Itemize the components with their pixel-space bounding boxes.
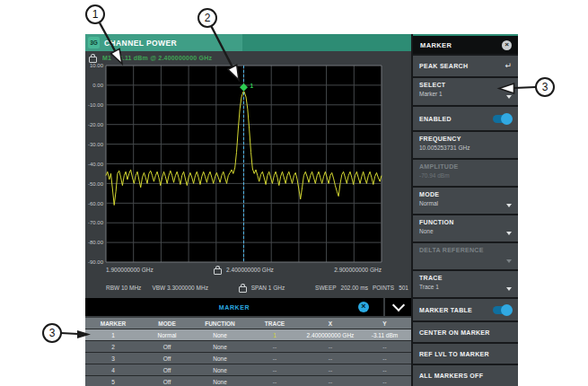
callout-number-3-left: 3 bbox=[49, 327, 56, 339]
vbw-value[interactable]: VBW 3.3000000 MHz bbox=[152, 285, 208, 291]
sweep-label: SWEEP bbox=[315, 285, 336, 291]
table-row[interactable]: 4 Off None -- -- -- bbox=[85, 364, 411, 375]
col-mode: MODE bbox=[141, 320, 193, 327]
select-marker-button[interactable]: SELECT Marker 1 bbox=[413, 78, 518, 105]
y-axis-label: -30.00 bbox=[88, 142, 104, 147]
stop-frequency-label: 2.900000000 GHz bbox=[334, 267, 382, 273]
chevron-down-icon bbox=[391, 298, 404, 311]
callout-circle-1 bbox=[86, 5, 104, 23]
sweep-value[interactable]: 202.00 ms bbox=[341, 285, 368, 291]
chevron-down-icon bbox=[506, 287, 512, 291]
callout-circle-3-right bbox=[536, 78, 554, 96]
chevron-down-icon bbox=[506, 259, 512, 263]
all-markers-off-button[interactable]: ALL MARKERS OFF bbox=[413, 365, 518, 386]
table-row[interactable]: 3 Off None -- -- -- bbox=[85, 352, 411, 364]
enabled-toggle-row[interactable]: ENABLED bbox=[413, 107, 518, 130]
callout-number-2: 2 bbox=[205, 12, 211, 24]
marker-table-titlebar: MARKER × bbox=[85, 298, 411, 316]
trace-select[interactable]: TRACE Trace 1 bbox=[413, 271, 518, 297]
col-x: X bbox=[303, 320, 358, 327]
marker-table: MARKER MODE FUNCTION TRACE X Y 1 Normal … bbox=[85, 318, 411, 386]
table-row[interactable]: 2 Off None -- -- -- bbox=[85, 340, 411, 352]
callout-number-3-right: 3 bbox=[542, 81, 549, 93]
settings-row: RBW 10 MHz VBW 3.3000000 MHz SPAN 1 GHz … bbox=[85, 282, 411, 293]
callout-number-1: 1 bbox=[92, 8, 99, 21]
analyzer-screen: 3G CHANNEL POWER M1 -3.11 dBm @ 2.400000… bbox=[85, 34, 518, 386]
y-axis-label: -50.00 bbox=[88, 181, 104, 187]
y-axis-label: -60.00 bbox=[88, 201, 104, 206]
marker-menu-header: MARKER × bbox=[413, 34, 518, 54]
y-axis-label: -80.00 bbox=[88, 240, 104, 245]
marker-table-title: MARKER bbox=[219, 304, 250, 311]
callout-circle-2 bbox=[198, 9, 216, 27]
col-marker: MARKER bbox=[85, 320, 141, 327]
toggle-on-icon[interactable] bbox=[493, 306, 512, 314]
y-axis-label: -20.00 bbox=[88, 122, 104, 127]
y-axis-label: -10.00 bbox=[88, 102, 104, 108]
rbw-value[interactable]: RBW 10 MHz bbox=[106, 285, 141, 291]
lock-icon bbox=[239, 286, 247, 293]
x-axis-labels: 1.900000000 GHz 2.400000000 GHz 2.900000… bbox=[85, 264, 411, 276]
lock-icon bbox=[214, 268, 222, 275]
return-icon: ↵ bbox=[505, 62, 512, 70]
ref-lvl-to-marker-button[interactable]: REF LVL TO MARKER bbox=[413, 344, 518, 364]
marker-flag: 1 bbox=[250, 83, 254, 89]
col-y: Y bbox=[358, 320, 411, 327]
table-header-row: MARKER MODE FUNCTION TRACE X Y bbox=[85, 318, 411, 329]
mode-select[interactable]: MODE Normal bbox=[413, 188, 518, 214]
marker-table-toggle-row[interactable]: MARKER TABLE bbox=[413, 299, 518, 320]
table-row[interactable]: 1 Normal None 1 2.400000000 GHz -3.11 dB… bbox=[85, 329, 411, 340]
callout-line bbox=[61, 333, 78, 334]
main-area: 3G CHANNEL POWER M1 -3.11 dBm @ 2.400000… bbox=[85, 34, 411, 386]
close-icon[interactable]: × bbox=[502, 40, 512, 50]
col-trace: TRACE bbox=[247, 320, 303, 327]
marker-menu-title: MARKER bbox=[413, 41, 452, 49]
amplitude-field: AMPLITUDE -70.94 dBm bbox=[413, 160, 518, 186]
table-row[interactable]: 5 Off None -- -- -- bbox=[85, 375, 411, 386]
function-select[interactable]: FUNCTION None bbox=[413, 215, 518, 241]
points-value[interactable]: 501 bbox=[399, 285, 408, 291]
frequency-field[interactable]: FREQUENCY 10.005253731 GHz bbox=[413, 132, 518, 158]
chevron-down-icon bbox=[506, 232, 512, 235]
spectrum-plot[interactable]: 10.000.00-10.00-20.00-30.00-40.00-50.00-… bbox=[85, 34, 411, 266]
span-value[interactable]: SPAN 1 GHz bbox=[251, 285, 285, 291]
delta-reference-select: DELTA REFERENCE bbox=[413, 243, 518, 269]
y-axis-label: 10.00 bbox=[90, 63, 104, 68]
center-on-marker-button[interactable]: CENTER ON MARKER bbox=[413, 322, 518, 342]
y-axis-label: 0.00 bbox=[92, 83, 103, 88]
marker-table-header-bar: MARKER × bbox=[85, 298, 383, 316]
col-function: FUNCTION bbox=[193, 320, 247, 327]
points-label: POINTS bbox=[373, 285, 394, 291]
toggle-on-icon[interactable] bbox=[493, 115, 512, 123]
peak-search-button[interactable]: PEAK SEARCH ↵ bbox=[413, 56, 518, 76]
start-frequency-label: 1.900000000 GHz bbox=[106, 267, 154, 273]
callout-circle-3-left bbox=[43, 324, 61, 342]
y-axis-label: -40.00 bbox=[88, 162, 104, 167]
chevron-down-icon bbox=[506, 95, 512, 99]
chevron-down-icon bbox=[506, 204, 512, 207]
y-axis-label: -70.00 bbox=[88, 220, 104, 225]
marker-menu-panel: MARKER × PEAK SEARCH ↵ SELECT Marker 1 E… bbox=[413, 34, 518, 386]
close-icon[interactable]: × bbox=[358, 302, 369, 312]
collapse-table-button[interactable] bbox=[385, 298, 411, 316]
figure-canvas: 3G CHANNEL POWER M1 -3.11 dBm @ 2.400000… bbox=[0, 0, 588, 386]
center-frequency-label: 2.400000000 GHz bbox=[226, 267, 274, 273]
